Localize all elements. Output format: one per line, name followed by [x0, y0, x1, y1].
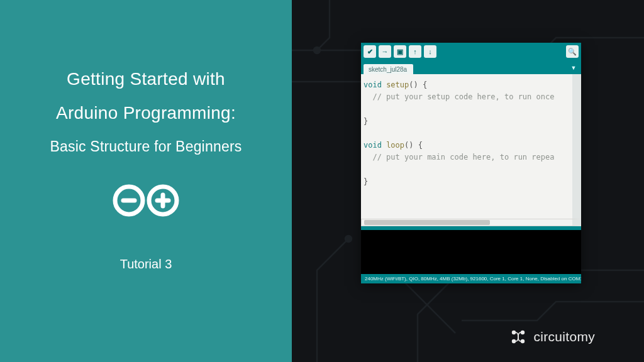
- save-button[interactable]: ↓: [424, 45, 436, 58]
- code-text: }: [364, 177, 368, 186]
- upload-button[interactable]: →: [379, 45, 391, 58]
- serial-monitor-button[interactable]: 🔍: [566, 45, 579, 58]
- svg-point-13: [512, 339, 516, 343]
- tab-row: sketch_jul28a ▼: [361, 60, 581, 74]
- arduino-logo-icon: [105, 182, 187, 222]
- ide-toolbar: ✔ → ▣ ↑ ↓ 🔍: [361, 43, 581, 60]
- tutorial-label: Tutorial 3: [120, 257, 172, 272]
- console-panel: [361, 230, 581, 274]
- code-text: }: [364, 117, 368, 126]
- right-panel: ✔ → ▣ ↑ ↓ 🔍 sketch_jul28a ▼ void setup()…: [292, 0, 644, 362]
- check-icon: ✔: [367, 48, 373, 56]
- brand-logo-icon: [509, 328, 527, 346]
- horizontal-scrollbar[interactable]: [361, 219, 581, 226]
- status-bar: 240MHz (WiFi/BT), QIO, 80MHz, 4MB (32Mb)…: [361, 274, 581, 283]
- code-function: setup: [386, 80, 409, 89]
- arrow-up-icon: ↑: [413, 48, 417, 55]
- subtitle: Basic Structure for Beginners: [50, 138, 242, 155]
- left-panel: Getting Started with Arduino Programming…: [0, 0, 292, 362]
- new-button[interactable]: ▣: [394, 45, 406, 58]
- code-comment: // put your setup code here, to run once: [364, 92, 554, 101]
- code-text: () {: [404, 141, 423, 150]
- open-button[interactable]: ↑: [409, 45, 421, 58]
- title-line-2: Arduino Programming:: [50, 103, 242, 123]
- svg-point-11: [512, 331, 516, 334]
- code-function: loop: [386, 141, 404, 150]
- brand-mark: circuitomy: [509, 328, 595, 346]
- svg-point-14: [521, 339, 525, 343]
- chevron-down-icon: ▼: [571, 65, 577, 71]
- arrow-down-icon: ↓: [428, 48, 432, 55]
- svg-point-12: [521, 331, 525, 334]
- sketch-tab[interactable]: sketch_jul28a: [364, 64, 413, 74]
- svg-point-8: [345, 236, 352, 242]
- svg-point-10: [314, 47, 320, 53]
- brand-name: circuitomy: [533, 329, 595, 344]
- scrollbar-thumb[interactable]: [364, 220, 490, 225]
- arrow-right-icon: →: [382, 48, 389, 55]
- title-line-1: Getting Started with: [50, 69, 242, 89]
- code-editor[interactable]: void setup() { // put your setup code he…: [361, 74, 581, 219]
- code-keyword: void: [364, 80, 382, 89]
- tab-menu-button[interactable]: ▼: [569, 63, 579, 72]
- title-block: Getting Started with Arduino Programming…: [50, 69, 242, 155]
- verify-button[interactable]: ✔: [364, 45, 376, 58]
- search-icon: 🔍: [568, 48, 577, 56]
- arduino-ide-window: ✔ → ▣ ↑ ↓ 🔍 sketch_jul28a ▼ void setup()…: [361, 43, 581, 283]
- file-icon: ▣: [397, 48, 403, 56]
- code-keyword: void: [364, 141, 382, 150]
- code-text: () {: [409, 80, 427, 89]
- code-comment: // put your main code here, to run repea: [364, 153, 554, 162]
